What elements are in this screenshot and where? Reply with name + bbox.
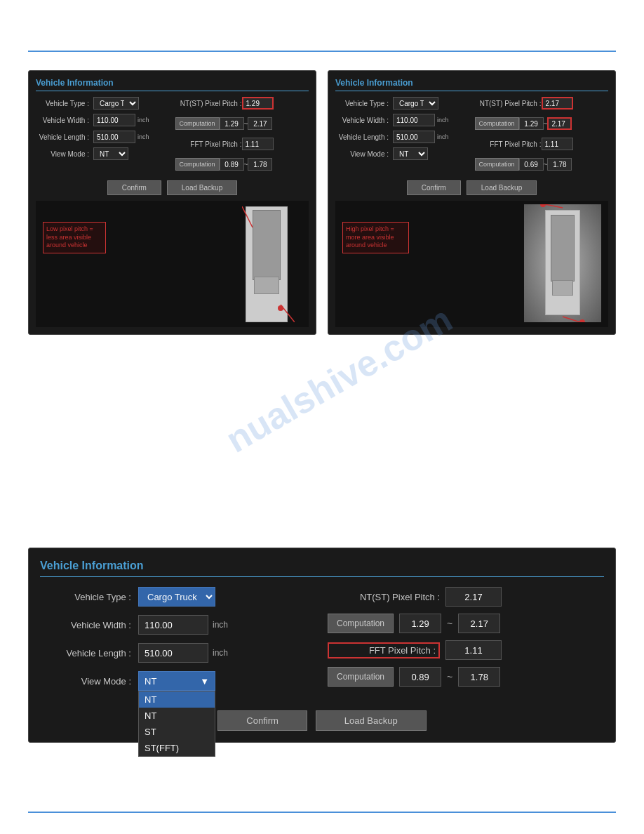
computation2-btn-left[interactable]: Computation: [175, 158, 220, 171]
bottom-vehicle-width-label: Vehicle Width :: [40, 620, 138, 630]
vehicle-type-select-left[interactable]: Cargo Truck: [93, 97, 139, 110]
nt-pixel-row-left: NT(ST) Pixel Pitch :: [175, 97, 309, 110]
dropdown-option-st[interactable]: ST: [139, 724, 215, 740]
bottom-vehicle-type-row: Vehicle Type : Cargo Truck: [40, 587, 316, 607]
bottom-vehicle-width-row: Vehicle Width : inch: [40, 615, 316, 635]
fft-pixel-row-left: FFT Pixel Pitch :: [175, 138, 309, 150]
computation2-row-right: Computation ~: [475, 158, 609, 171]
bottom-vehicle-length-input[interactable]: [138, 643, 208, 663]
vehicle-type-select-right[interactable]: Cargo Truck: [393, 97, 438, 110]
right-panel-title: Vehicle Information: [335, 78, 608, 91]
vehicle-width-input-left[interactable]: [93, 114, 135, 126]
bottom-view-mode-dropdown-container: NT ▼ NT NT ST ST(FFT): [138, 671, 215, 691]
bottom-computation2-btn[interactable]: Computation: [328, 667, 394, 687]
vehicle-length-row-left: Vehicle Length : inch: [36, 131, 170, 143]
computation1-btn-left[interactable]: Computation: [175, 117, 220, 130]
right-vehicle-panel: Vehicle Information Vehicle Type : Cargo…: [328, 70, 616, 335]
dropdown-option-nt2[interactable]: NT: [139, 708, 215, 724]
vehicle-width-unit-left: inch: [137, 117, 149, 124]
left-panel-title: Vehicle Information: [36, 78, 309, 91]
bottom-comp1-val2[interactable]: [458, 614, 500, 633]
view-mode-label-left: View Mode :: [36, 150, 93, 158]
comp2-val2-right[interactable]: [547, 158, 572, 171]
bottom-comp2-val2[interactable]: [458, 667, 500, 687]
bottom-vehicle-length-row: Vehicle Length : inch: [40, 643, 316, 663]
nt-pixel-label-left: NT(ST) Pixel Pitch :: [175, 100, 242, 107]
bottom-nt-pixel-label: NT(ST) Pixel Pitch :: [328, 592, 440, 602]
bottom-comp1-val1[interactable]: [399, 614, 441, 633]
bottom-view-mode-select[interactable]: NT ▼: [138, 671, 215, 691]
vehicle-width-label-right: Vehicle Width :: [335, 117, 393, 124]
vehicle-type-row-right: Vehicle Type : Cargo Truck: [335, 97, 469, 110]
fft-pixel-label-left: FFT Pixel Pitch :: [175, 140, 242, 148]
bottom-confirm-btn[interactable]: Confirm: [217, 710, 307, 731]
fft-pixel-row-right: FFT Pixel Pitch :: [475, 138, 609, 150]
nt-pixel-input-left[interactable]: [242, 97, 274, 110]
nt-pixel-row-right: NT(ST) Pixel Pitch :: [475, 97, 609, 110]
bottom-load-backup-btn[interactable]: Load Backup: [316, 710, 427, 731]
svg-line-3: [545, 204, 563, 208]
vehicle-length-label-left: Vehicle Length :: [36, 133, 93, 141]
left-annotation: Low pixel pitch = less area visible arou…: [43, 222, 106, 253]
comp2-val1-right[interactable]: [519, 158, 544, 171]
computation2-row-left: Computation ~: [175, 158, 309, 171]
dropdown-arrow-icon: ▼: [200, 676, 209, 687]
vehicle-length-input-right[interactable]: [393, 131, 435, 143]
bottom-computation1-row: Computation ~: [328, 614, 604, 633]
bottom-view-mode-row: View Mode : NT ▼ NT NT ST ST(FFT): [40, 671, 316, 691]
load-backup-btn-left[interactable]: Load Backup: [167, 180, 237, 195]
comp2-val1-left[interactable]: [220, 158, 244, 171]
bottom-nt-pixel-row: NT(ST) Pixel Pitch :: [328, 587, 604, 607]
view-mode-dropdown-menu: NT NT ST ST(FFT): [138, 691, 215, 757]
dropdown-option-stfft[interactable]: ST(FFT): [139, 740, 215, 756]
vehicle-width-label-left: Vehicle Width :: [36, 117, 93, 124]
svg-line-5: [563, 317, 580, 322]
bottom-vehicle-length-unit: inch: [213, 648, 228, 658]
vehicle-width-row-left: Vehicle Width : inch: [36, 114, 170, 126]
svg-line-0: [242, 206, 253, 227]
view-mode-select-left[interactable]: NT: [93, 147, 128, 160]
comp1-val1-left[interactable]: [220, 117, 244, 130]
bottom-fft-pixel-row: FFT Pixel Pitch :: [328, 640, 604, 660]
confirm-btn-right[interactable]: Confirm: [407, 180, 461, 195]
dropdown-option-nt1[interactable]: NT: [139, 691, 215, 708]
bottom-vehicle-type-select[interactable]: Cargo Truck: [138, 587, 215, 607]
fft-pixel-input-left[interactable]: [242, 138, 274, 150]
nt-pixel-input-right[interactable]: [542, 97, 573, 110]
nt-pixel-label-right: NT(ST) Pixel Pitch :: [475, 100, 542, 107]
bottom-nt-pixel-input[interactable]: [445, 587, 502, 607]
computation1-row-left: Computation ~: [175, 117, 309, 130]
bottom-computation1-btn[interactable]: Computation: [328, 614, 394, 633]
bottom-comp2-val1[interactable]: [399, 667, 441, 687]
fft-pixel-input-right[interactable]: [542, 138, 573, 150]
computation1-row-right: Computation ~: [475, 117, 609, 130]
bottom-panel-title: Vehicle Information: [40, 560, 604, 577]
comp1-val2-right[interactable]: [547, 117, 572, 130]
vehicle-length-unit-left: inch: [137, 133, 149, 140]
computation1-btn-right[interactable]: Computation: [475, 117, 519, 130]
view-mode-label-right: View Mode :: [335, 150, 393, 158]
view-mode-select-right[interactable]: NT: [393, 147, 428, 160]
bottom-vehicle-length-label: Vehicle Length :: [40, 648, 138, 658]
svg-point-2: [278, 305, 283, 311]
comp1-val1-right[interactable]: [519, 117, 544, 130]
bottom-vehicle-width-input[interactable]: [138, 615, 208, 635]
comp2-val2-left[interactable]: [248, 158, 272, 171]
left-vehicle-panel: Vehicle Information Vehicle Type : Cargo…: [28, 70, 316, 335]
vehicle-width-unit-right: inch: [437, 117, 449, 124]
load-backup-btn-right[interactable]: Load Backup: [467, 180, 537, 195]
confirm-btn-left[interactable]: Confirm: [107, 180, 161, 195]
bottom-fft-pixel-input[interactable]: [445, 640, 502, 660]
vehicle-length-input-left[interactable]: [93, 131, 135, 143]
comp1-val2-left[interactable]: [248, 117, 272, 130]
vehicle-width-row-right: Vehicle Width : inch: [335, 114, 469, 126]
bottom-divider: [28, 812, 616, 813]
right-annotation: High pixel pitch = more area visible aro…: [342, 222, 409, 253]
bottom-view-mode-label: View Mode :: [40, 676, 138, 687]
vehicle-width-input-right[interactable]: [393, 114, 435, 126]
view-mode-row-right: View Mode : NT: [335, 147, 469, 160]
bottom-computation2-row: Computation ~: [328, 667, 604, 687]
right-panel-buttons: Confirm Load Backup: [335, 180, 608, 195]
computation2-btn-right[interactable]: Computation: [475, 158, 519, 171]
vehicle-length-row-right: Vehicle Length : inch: [335, 131, 469, 143]
